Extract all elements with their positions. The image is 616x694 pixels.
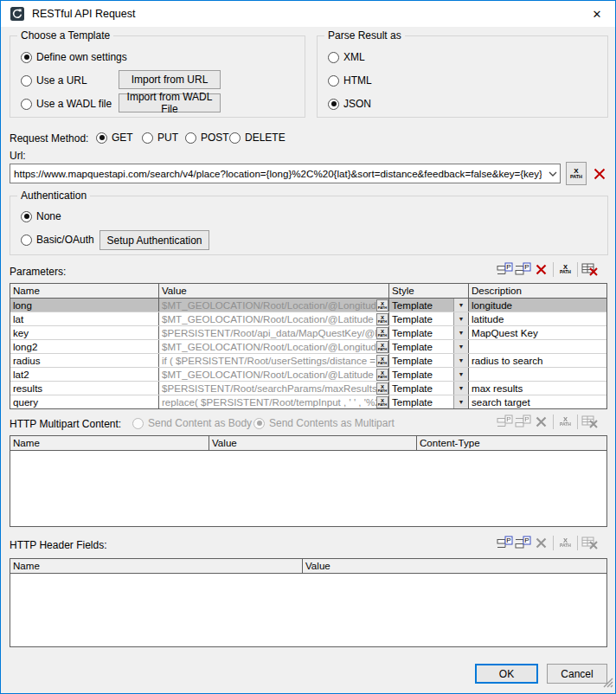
- param-name[interactable]: lat: [10, 312, 159, 325]
- setup-authentication-button[interactable]: Setup Authentication: [99, 230, 209, 250]
- param-description[interactable]: max results: [469, 382, 606, 395]
- param-description[interactable]: MapQuest Key: [469, 326, 606, 339]
- dropdown-arrow-icon[interactable]: ▼: [453, 326, 468, 339]
- column-header-value[interactable]: Value: [209, 436, 417, 450]
- insert-parameter-icon[interactable]: P: [496, 261, 514, 278]
- parameter-row[interactable]: queryreplace( $PERSISTENT/Root/tempInput…: [10, 395, 606, 409]
- import-from-url-button[interactable]: Import from URL: [119, 70, 221, 89]
- param-value[interactable]: replace( $PERSISTENT/Root/tempInput , ' …: [159, 395, 376, 408]
- param-xpath-button[interactable]: XPATH: [376, 299, 389, 312]
- column-header-value[interactable]: Value: [159, 284, 389, 298]
- param-value[interactable]: $PERSISTENT/Root/searchParams/maxResults: [159, 382, 376, 395]
- parameter-row[interactable]: long$MT_GEOLOCATION/Root/Location/@Longi…: [10, 299, 606, 312]
- radio-use-a-wadl-file[interactable]: Use a WADL file: [21, 97, 112, 111]
- authentication-group-title: Authentication: [17, 190, 90, 202]
- radio-auth-none[interactable]: None: [21, 209, 61, 223]
- column-header-style[interactable]: Style: [389, 284, 469, 298]
- param-description[interactable]: [469, 340, 606, 353]
- dropdown-arrow-icon[interactable]: ▼: [453, 299, 468, 312]
- param-style-dropdown[interactable]: Template▼: [389, 368, 469, 381]
- param-xpath-button[interactable]: XPATH: [376, 354, 389, 367]
- url-input[interactable]: [10, 164, 545, 183]
- parse-result-group: Parse Result as XML HTML JSON: [317, 35, 608, 118]
- radio-xml[interactable]: XML: [328, 50, 365, 64]
- append-header-field-icon[interactable]: P: [514, 535, 532, 551]
- param-name[interactable]: key: [10, 326, 159, 339]
- param-value[interactable]: if ( $PERSISTENT/Root/userSettings/dista…: [159, 354, 376, 367]
- insert-header-field-icon[interactable]: P: [496, 535, 514, 551]
- param-xpath-button[interactable]: XPATH: [376, 340, 389, 353]
- param-xpath-button[interactable]: XPATH: [376, 312, 389, 325]
- radio-define-own-settings[interactable]: Define own settings: [21, 50, 127, 64]
- dropdown-arrow-icon[interactable]: ▼: [453, 312, 468, 325]
- parameter-row[interactable]: key$PERSISTENT/Root/api_data/MapQuestKey…: [10, 326, 606, 340]
- close-icon[interactable]: ✕: [584, 3, 610, 24]
- param-value[interactable]: $MT_GEOLOCATION/Root/Location/@Longitude: [159, 340, 376, 353]
- radio-icon: [328, 52, 339, 63]
- param-xpath-button[interactable]: XPATH: [376, 326, 389, 339]
- param-name[interactable]: lat2: [10, 368, 159, 381]
- url-delete-icon[interactable]: [590, 164, 608, 183]
- column-header-name[interactable]: Name: [10, 436, 209, 450]
- param-xpath-button[interactable]: XPATH: [376, 382, 389, 395]
- param-value[interactable]: $PERSISTENT/Root/api_data/MapQuestKey/@k…: [159, 326, 376, 339]
- radio-basic-oauth[interactable]: Basic/OAuth: [21, 233, 94, 247]
- param-name[interactable]: long: [10, 299, 159, 312]
- chevron-down-icon[interactable]: [545, 164, 560, 183]
- param-style-dropdown[interactable]: Template▼: [389, 382, 469, 395]
- radio-post[interactable]: POST: [185, 131, 229, 145]
- column-header-description[interactable]: Description: [469, 284, 606, 298]
- radio-put[interactable]: PUT: [142, 131, 178, 145]
- dropdown-arrow-icon[interactable]: ▼: [453, 354, 468, 367]
- radio-delete[interactable]: DELETE: [229, 131, 286, 145]
- column-header-name[interactable]: Name: [10, 284, 159, 298]
- param-style-dropdown[interactable]: Template▼: [389, 299, 469, 312]
- param-xpath-button[interactable]: XPATH: [376, 395, 389, 408]
- param-style-dropdown[interactable]: Template▼: [389, 326, 469, 339]
- param-style-dropdown[interactable]: Template▼: [389, 312, 469, 325]
- delete-all-parameters-icon[interactable]: [581, 261, 599, 278]
- radio-html[interactable]: HTML: [328, 74, 372, 87]
- param-description[interactable]: radius to search: [469, 354, 606, 367]
- param-name[interactable]: query: [10, 395, 159, 408]
- dropdown-arrow-icon[interactable]: ▼: [453, 382, 468, 395]
- param-xpath-button[interactable]: XPATH: [376, 368, 389, 381]
- dropdown-arrow-icon[interactable]: ▼: [453, 395, 468, 408]
- param-style-dropdown[interactable]: Template▼: [389, 340, 469, 353]
- import-from-wadl-file-button[interactable]: Import from WADL File: [119, 93, 221, 112]
- param-name[interactable]: results: [10, 382, 159, 395]
- header-fields-table: Name Value: [10, 558, 607, 647]
- cancel-button[interactable]: Cancel: [547, 664, 607, 684]
- ok-button[interactable]: OK: [475, 664, 538, 684]
- column-header-value[interactable]: Value: [303, 559, 606, 573]
- append-parameter-icon[interactable]: P: [514, 261, 532, 278]
- xpath-toolbar-icon: X PATH: [556, 414, 574, 430]
- radio-get[interactable]: GET: [96, 131, 133, 145]
- parameter-row[interactable]: long2$MT_GEOLOCATION/Root/Location/@Long…: [10, 340, 606, 354]
- resize-grip[interactable]: [603, 676, 613, 691]
- delete-parameter-icon[interactable]: [532, 261, 550, 278]
- url-xpath-button[interactable]: X PATH: [566, 162, 587, 185]
- param-style-dropdown[interactable]: Template▼: [389, 395, 469, 408]
- parameter-row[interactable]: radiusif ( $PERSISTENT/Root/userSettings…: [10, 354, 606, 368]
- param-value[interactable]: $MT_GEOLOCATION/Root/Location/@Latitude: [159, 312, 376, 325]
- parameter-row[interactable]: results$PERSISTENT/Root/searchParams/max…: [10, 382, 606, 395]
- parameter-row[interactable]: lat$MT_GEOLOCATION/Root/Location/@Latitu…: [10, 312, 606, 326]
- param-description[interactable]: search target: [469, 395, 606, 408]
- param-name[interactable]: radius: [10, 354, 159, 367]
- dropdown-arrow-icon[interactable]: ▼: [453, 340, 468, 353]
- column-header-content-type[interactable]: Content-Type: [417, 436, 606, 450]
- xpath-toolbar-icon[interactable]: X PATH: [556, 261, 574, 278]
- param-description[interactable]: longitude: [469, 299, 606, 312]
- param-value[interactable]: $MT_GEOLOCATION/Root/Location/@Latitude: [159, 368, 376, 381]
- param-description[interactable]: [469, 368, 606, 381]
- parameter-row[interactable]: lat2$MT_GEOLOCATION/Root/Location/@Latit…: [10, 368, 606, 382]
- column-header-name[interactable]: Name: [10, 559, 303, 573]
- radio-use-a-url[interactable]: Use a URL: [21, 74, 87, 87]
- param-style-dropdown[interactable]: Template▼: [389, 354, 469, 367]
- param-value[interactable]: $MT_GEOLOCATION/Root/Location/@Longitude: [159, 299, 376, 312]
- dropdown-arrow-icon[interactable]: ▼: [453, 368, 468, 381]
- radio-json[interactable]: JSON: [328, 97, 371, 111]
- param-name[interactable]: long2: [10, 340, 159, 353]
- param-description[interactable]: latitude: [469, 312, 606, 325]
